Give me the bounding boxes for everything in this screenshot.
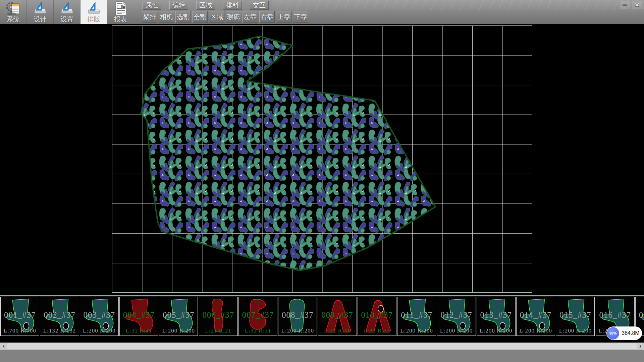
piece-id-label: 010_#37 (358, 310, 396, 320)
tool-button-4[interactable]: 全割 (192, 11, 208, 23)
menu-tab-2[interactable]: 编辑 (169, 1, 188, 10)
status-bar (0, 350, 644, 362)
gear-doc-icon (6, 1, 21, 16)
menu-tab-3[interactable]: 区域 (196, 1, 215, 10)
piece-id-label: 006_#37 (199, 310, 237, 320)
tool-button-3[interactable]: 选割 (175, 11, 191, 23)
piece-id-label: 012_#37 (437, 310, 475, 320)
report-doc-icon (113, 1, 128, 16)
piece-thumbnail-015_#37[interactable]: 015_#37L:200 R:200 (556, 297, 595, 336)
piece-lr-count-label: L:21 R:21 (199, 327, 237, 334)
menu-tab-group: 属性编辑区域排料交互 (143, 1, 277, 10)
pieces-thumbnail-strip: 001_#37L:700 R:700002_#37L:132 R:132003_… (0, 296, 644, 337)
piece-thumbnail-011_#37[interactable]: 011_#37L:200 R:200 (397, 297, 436, 336)
toolbar-texture (272, 0, 644, 10)
piece-thumbnail-013_#37[interactable]: 013_#37L:200 R:200 (477, 297, 516, 336)
menu-tab-5[interactable]: 交互 (250, 1, 269, 10)
set-square-icon (86, 1, 102, 16)
tool-button-7[interactable]: 左靠 (243, 11, 258, 23)
piece-lr-count-label: L:200 R:200 (437, 327, 475, 334)
piece-id-label: 013_#37 (477, 310, 515, 320)
main-button-label: 排版 (88, 16, 100, 23)
piece-thumbnail-014_#37[interactable]: 014_#37L:200 R:200 (516, 297, 555, 336)
piece-id-label: 003_#37 (80, 310, 118, 320)
toolbar: 系统设计设置排版报表 属性编辑区域排料交互 聚排相机选割全割区域瑕疵左靠右靠上靠… (0, 0, 644, 24)
progress-circle: 38% (607, 327, 619, 340)
minimize-button[interactable]: ─ (620, 1, 630, 9)
main-button-3[interactable]: 设置 (54, 0, 80, 24)
piece-thumbnail-009_#37[interactable]: 009_#37L:32 R:31 (318, 297, 357, 336)
piece-thumbnail-004_#37[interactable]: 004_#37L:31 R:31 (119, 297, 158, 336)
piece-lr-count-label: L:200 R:200 (517, 327, 555, 334)
nesting-canvas[interactable] (0, 24, 644, 343)
main-button-5[interactable]: 报表 (107, 0, 134, 24)
main-button-label: 设置 (61, 16, 73, 23)
piece-thumbnail-008_#37[interactable]: 008_#37L:200 R:200 (278, 297, 317, 336)
main-button-label: 设计 (34, 16, 47, 23)
piece-lr-count-label: L:200 R:200 (80, 327, 118, 334)
piece-lr-count-label: L:31 R:31 (120, 327, 158, 334)
piece-thumbnail-005_#37[interactable]: 005_#37L:200 R:200 (159, 297, 198, 336)
window-controls: ─ ✕ (620, 1, 642, 9)
main-button-label: 系统 (7, 16, 20, 23)
main-button-label: 报表 (114, 16, 127, 23)
piece-thumbnail-007_#37[interactable]: 007_#37L:31 R:31 (238, 297, 277, 336)
tool-button-group: 聚排相机选割全割区域瑕疵左靠右靠上靠下靠 (142, 11, 310, 23)
tool-button-9[interactable]: 上靠 (276, 11, 291, 23)
scroll-right-arrow[interactable]: › (637, 343, 643, 350)
main-button-4[interactable]: 排版 (80, 0, 107, 24)
piece-thumbnail-002_#37[interactable]: 002_#37L:132 R:132 (40, 297, 79, 336)
piece-id-label: 017_#37 (636, 310, 644, 320)
piece-lr-count-label: L:31 R:31 (239, 327, 277, 334)
piece-id-label: 014_#37 (517, 310, 555, 320)
scrollbar-thumb[interactable] (7, 343, 637, 349)
piece-id-label: 001_#37 (1, 310, 39, 320)
set-square-icon (33, 1, 48, 16)
piece-thumbnail-006_#37[interactable]: 006_#37L:21 R:21 (199, 297, 238, 336)
tool-button-6[interactable]: 瑕疵 (226, 11, 241, 23)
piece-id-label: 005_#37 (159, 310, 198, 320)
piece-lr-count-label: L:700 R:700 (1, 327, 39, 334)
piece-id-label: 004_#37 (120, 310, 158, 320)
tool-button-1[interactable]: 聚排 (142, 11, 157, 23)
piece-lr-count-label: L:200 R:200 (278, 327, 317, 334)
tool-button-8[interactable]: 右靠 (259, 11, 275, 23)
piece-id-label: 016_#37 (596, 310, 634, 320)
piece-thumbnail-012_#37[interactable]: 012_#37L:200 R:200 (437, 297, 476, 336)
piece-id-label: 002_#37 (40, 310, 78, 320)
piece-id-label: 011_#37 (397, 310, 436, 320)
menu-tab-1[interactable]: 属性 (143, 1, 161, 10)
piece-lr-count-label: L:200 R:200 (556, 327, 594, 334)
leather-hide-layout[interactable] (0, 24, 644, 343)
piece-lr-count-label: L:33 R:33 (358, 327, 396, 334)
piece-lr-count-label: L:200 R:200 (477, 327, 515, 334)
close-button[interactable]: ✕ (632, 1, 642, 9)
status-badge: 38% 384.8M (606, 326, 642, 340)
application-window: 系统设计设置排版报表 属性编辑区域排料交互 聚排相机选割全割区域瑕疵左靠右靠上靠… (0, 0, 644, 362)
memory-usage-label: 384.8M (619, 330, 642, 336)
main-button-group: 系统设计设置排版报表 (0, 0, 134, 24)
piece-lr-count-label: L:200 R:200 (159, 327, 198, 334)
piece-id-label: 009_#37 (318, 310, 356, 320)
tool-button-10[interactable]: 下靠 (293, 11, 308, 23)
main-button-2[interactable]: 设计 (27, 0, 54, 24)
piece-thumbnail-010_#37[interactable]: 010_#37L:33 R:33 (358, 297, 396, 336)
piece-id-label: 007_#37 (239, 310, 277, 320)
leather-hide-outline[interactable] (141, 36, 435, 270)
piece-lr-count-label: L:200 R:200 (397, 327, 436, 334)
piece-thumbnail-001_#37[interactable]: 001_#37L:700 R:700 (0, 297, 39, 336)
piece-id-label: 008_#37 (278, 310, 317, 320)
piece-lr-count-label: L:132 R:132 (40, 327, 78, 334)
horizontal-scrollbar[interactable]: ‹ › (0, 343, 644, 350)
tool-button-5[interactable]: 区域 (209, 11, 224, 23)
menu-tab-4[interactable]: 排料 (223, 1, 242, 10)
scroll-left-arrow[interactable]: ‹ (1, 343, 7, 350)
piece-id-label: 015_#37 (556, 310, 594, 320)
piece-lr-count-label: L:32 R:31 (318, 327, 356, 334)
set-square-icon (59, 1, 75, 16)
piece-thumbnail-003_#37[interactable]: 003_#37L:200 R:200 (80, 297, 119, 336)
main-button-1[interactable]: 系统 (0, 0, 27, 24)
tool-button-2[interactable]: 相机 (159, 11, 174, 23)
